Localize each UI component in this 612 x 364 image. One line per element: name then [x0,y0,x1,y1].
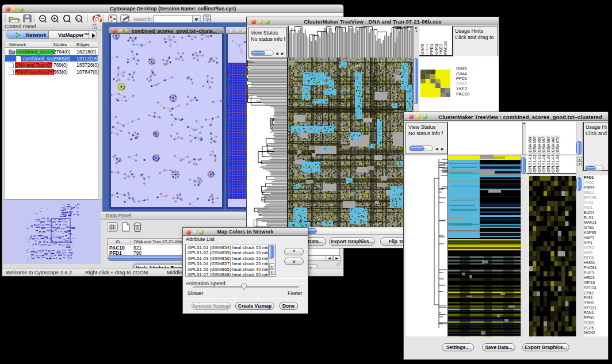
svg-text:GPL51-03 (GSM856): GPL51-03 (GSM856) [537,136,542,173]
svg-text:GPL51-04 (GSM857): GPL51-04 (GSM857) [542,136,546,173]
svg-text:PAC10: PAC10 [443,41,448,55]
svg-text:GPL51-08 (GSM872): GPL51-08 (GSM872) [556,136,560,173]
svg-text:GPL51-02 (GSM855): GPL51-02 (GSM855) [533,136,537,173]
svg-text:GPL51-01 (GSM854): GPL51-01 (GSM854) [528,136,533,173]
svg-text:Search:: Search: [133,16,152,22]
svg-text:GPL51-07 (GSM868): GPL51-07 (GSM868) [551,136,556,173]
svg-text:GPL51-06 (GSM865): GPL51-06 (GSM865) [546,136,551,173]
svg-text:1:1: 1:1 [76,17,81,21]
